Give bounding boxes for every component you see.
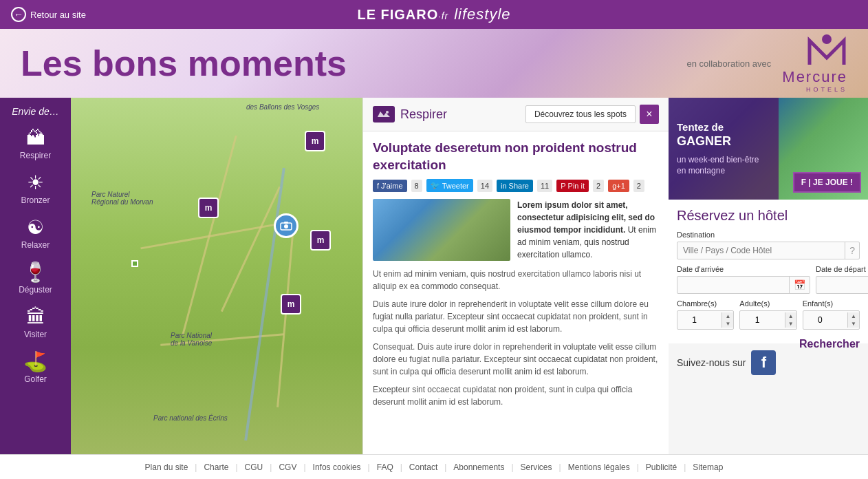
footer-link-faq[interactable]: FAQ (370, 462, 400, 472)
back-link[interactable]: ← Retour au site (11, 7, 86, 22)
envie-label: Envie de… (0, 100, 71, 121)
adults-increment[interactable]: ▲ (785, 312, 796, 320)
arrival-input[interactable] (677, 277, 789, 293)
departure-input-group: 📅 (816, 276, 868, 294)
back-label: Retour au site (30, 10, 86, 20)
promo-text-overlay: Tentez de GAGNER un week-end bien-être e… (669, 98, 779, 200)
map-background: des Ballons des Vosges Parc NaturelRégio… (71, 98, 362, 454)
sidebar-item-golfer[interactable]: ⛳ Golfer (0, 345, 71, 390)
footer-link-cgv[interactable]: CGV (272, 462, 303, 472)
footer-link-charte[interactable]: Charte (197, 462, 235, 472)
twitter-icon: 🐦 (431, 181, 440, 190)
svg-rect-4 (376, 109, 391, 120)
twitter-count: 14 (477, 180, 492, 192)
map-label-vanoise: Parc Nationalde la Vanoise (171, 332, 212, 347)
booking-title: Réservez un hôtel (677, 208, 860, 224)
rooms-decrement[interactable]: ▼ (722, 320, 733, 328)
help-icon[interactable]: ? (845, 242, 859, 259)
departure-label: Date de départ (816, 265, 868, 273)
top-bar: ← Retour au site LE FIGARO·frlifestyle (0, 0, 868, 29)
pinterest-icon: P (561, 182, 565, 190)
adults-decrement[interactable]: ▼ (785, 320, 796, 328)
linkedin-label: Share (509, 182, 529, 190)
rooms-row: Chambre(s) ▲ ▼ Adulte(s) ▲ (677, 299, 860, 330)
relaxer-icon: ☯ (27, 216, 44, 239)
back-arrow-icon: ← (11, 7, 26, 22)
adults-section: Adulte(s) ▲ ▼ (739, 299, 796, 330)
logo-fr: fr (442, 10, 449, 21)
map-marker-camera[interactable] (274, 213, 299, 238)
map-label-ecrins: Parc national des Écrins (153, 414, 228, 422)
footer-link-sitemap[interactable]: Sitemap (686, 462, 730, 472)
sidebar-label-golfer: Golfer (24, 374, 47, 384)
rooms-section: Chambre(s) ▲ ▼ (677, 299, 734, 330)
sidebar-item-relaxer[interactable]: ☯ Relaxer (0, 211, 71, 255)
google-button[interactable]: g+1 (608, 180, 629, 192)
close-panel-button[interactable]: × (640, 105, 659, 124)
article-para-1: Ut enim ad minim veniam, quis nostrud ex… (373, 268, 659, 292)
sidebar-item-visiter[interactable]: 🏛 Visiter (0, 300, 71, 345)
pinterest-count: 2 (593, 180, 604, 192)
footer-link-publicite[interactable]: Publicité (639, 462, 684, 472)
children-decrement[interactable]: ▼ (848, 320, 859, 328)
footer-link-abonnements[interactable]: Abonnements (446, 462, 511, 472)
sidebar-label-deguster: Déguster (19, 285, 52, 295)
footer-link-mentions[interactable]: Mentions légales (561, 462, 637, 472)
hotel-booking: Réservez un hôtel Destination ? Date d'a… (669, 200, 868, 343)
article-excerpt: Lorem ipsum dolor sit amet, consectetur … (517, 199, 659, 261)
top-logo: LE FIGARO·frlifestyle (357, 6, 510, 23)
footer-link-cgu[interactable]: CGU (238, 462, 270, 472)
map-marker-2[interactable]: m (198, 198, 219, 218)
article-title: Voluptate deseretum non proident nostrud… (363, 131, 669, 179)
children-input[interactable] (803, 315, 847, 325)
rooms-increment[interactable]: ▲ (722, 312, 733, 320)
map-label-morvan: Parc NaturelRégional du Morvan (91, 191, 153, 206)
header-title-bold: moments (188, 43, 347, 83)
promo-play-button[interactable]: F | JE JOUE ! (793, 172, 861, 193)
collab-text: en collaboration avec (686, 58, 771, 69)
arrival-calendar-icon[interactable]: 📅 (789, 277, 810, 293)
pinterest-button[interactable]: P Pin it (556, 180, 589, 192)
twitter-button[interactable]: 🐦 Tweeter (426, 179, 473, 192)
panel-header-left: Respirer (373, 106, 447, 123)
children-increment[interactable]: ▲ (848, 312, 859, 320)
logo-lifestyle: lifestyle (454, 6, 510, 23)
sidebar: Envie de… 🏔 Respirer ☀ Bronzer ☯ Relaxer… (0, 98, 71, 454)
children-stepper: ▲ ▼ (803, 310, 860, 330)
map-area[interactable]: des Ballons des Vosges Parc NaturelRégio… (71, 98, 362, 454)
rooms-input[interactable] (677, 315, 721, 325)
header-title-plain: Les bons (21, 43, 188, 83)
facebook-label: J'aime (381, 182, 402, 190)
sidebar-item-bronzer[interactable]: ☀ Bronzer (0, 166, 71, 211)
search-button[interactable]: Rechercher (799, 338, 860, 350)
footer-link-plan[interactable]: Plan du site (138, 462, 195, 472)
sidebar-item-deguster[interactable]: 🍷 Déguster (0, 255, 71, 300)
panel-header: Respirer Découvrez tous les spots × (363, 98, 669, 131)
rooms-stepper: ▲ ▼ (677, 310, 734, 330)
facebook-like-button[interactable]: f J'aime (373, 180, 407, 192)
google-label: g+1 (612, 182, 625, 190)
adults-input[interactable] (740, 315, 784, 325)
map-marker-4[interactable]: m (281, 294, 301, 315)
sidebar-label-respirer: Respirer (20, 151, 51, 160)
footer-link-contact[interactable]: Contact (402, 462, 444, 472)
children-stepper-buttons: ▲ ▼ (847, 312, 859, 328)
sidebar-item-respirer[interactable]: 🏔 Respirer (0, 121, 71, 166)
linkedin-button[interactable]: in Share (497, 180, 533, 192)
map-marker-1[interactable]: m (305, 131, 325, 151)
departure-input[interactable] (816, 277, 868, 293)
adults-stepper: ▲ ▼ (739, 310, 796, 330)
article-image-row: Lorem ipsum dolor sit amet, consectetur … (373, 199, 659, 261)
sidebar-label-visiter: Visiter (24, 330, 47, 339)
social-bar: f J'aime 8 🐦 Tweeter 14 in Share 11 P Pi… (363, 179, 669, 199)
right-sidebar: Tentez de GAGNER un week-end bien-être e… (669, 98, 868, 454)
footer-link-cookies[interactable]: Infos cookies (306, 462, 368, 472)
footer-link-services[interactable]: Services (514, 462, 559, 472)
map-marker-3[interactable]: m (310, 230, 331, 251)
linkedin-count: 11 (537, 180, 552, 192)
discover-spots-button[interactable]: Découvrez tous les spots (525, 105, 636, 123)
arrival-label: Date d'arrivée (677, 265, 810, 273)
destination-input[interactable] (677, 242, 845, 259)
facebook-follow-button[interactable]: f (751, 350, 776, 375)
article-para-2: Duis aute irure dolor in reprehenderit i… (373, 298, 659, 335)
